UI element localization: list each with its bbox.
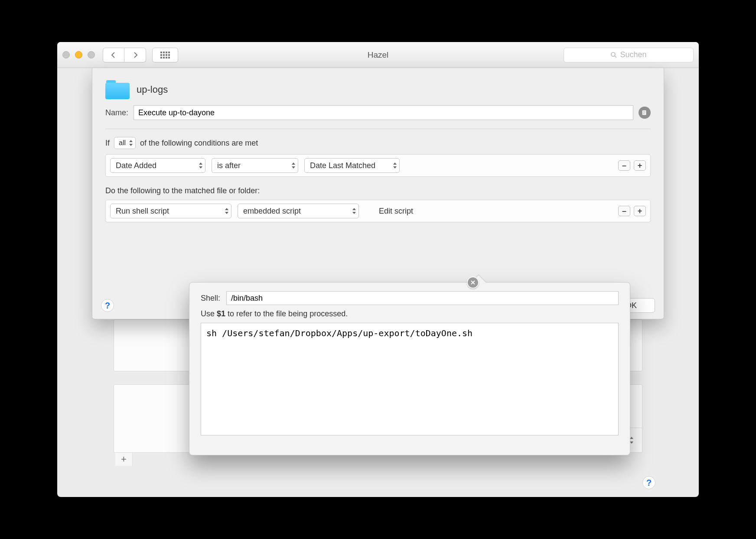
- select-arrows-icon: [352, 208, 356, 214]
- folder-name: up-logs: [137, 84, 168, 95]
- match-quantifier-select[interactable]: all: [114, 137, 136, 149]
- help-button[interactable]: ?: [101, 299, 114, 312]
- forward-button[interactable]: [124, 48, 146, 62]
- shell-input[interactable]: [226, 291, 619, 305]
- back-button[interactable]: [103, 48, 124, 62]
- remove-action-button[interactable]: –: [618, 206, 630, 216]
- search-icon: [610, 52, 617, 58]
- action-row: Run shell script embedded script Edit sc…: [105, 200, 651, 222]
- folder-icon: [105, 80, 130, 99]
- add-action-button[interactable]: +: [634, 206, 646, 216]
- conditions-header: If all of the following conditions are m…: [105, 137, 651, 149]
- actions-header: Do the following to the matched file or …: [105, 186, 651, 195]
- condition-row: Date Added is after Date Last Matched – …: [105, 154, 651, 177]
- match-quantifier-value: all: [119, 139, 126, 147]
- window-controls: [62, 51, 95, 58]
- minimize-window-button[interactable]: [75, 51, 82, 58]
- edit-script-button[interactable]: Edit script: [379, 207, 413, 216]
- name-label: Name:: [105, 108, 128, 117]
- rule-editor-sheet: up-logs Name: If all of the following co…: [92, 68, 664, 319]
- search-field[interactable]: Suchen: [564, 48, 694, 62]
- folder-header: up-logs: [105, 68, 651, 105]
- select-arrows-icon: [291, 162, 296, 169]
- action-type-select[interactable]: Run shell script: [110, 204, 231, 218]
- svg-point-0: [611, 52, 615, 56]
- select-arrows-icon: [199, 162, 203, 169]
- action-type-value: Run shell script: [116, 207, 169, 216]
- help-button[interactable]: ?: [642, 476, 655, 489]
- close-window-button[interactable]: [62, 51, 70, 58]
- action-target-select[interactable]: embedded script: [238, 204, 359, 218]
- conditions-suffix: of the following conditions are met: [140, 139, 258, 148]
- shell-row: Shell:: [201, 291, 619, 305]
- condition-comparator-value: is after: [217, 161, 241, 170]
- condition-attribute-value: Date Added: [116, 161, 156, 170]
- titlebar: Hazel Suchen: [57, 42, 699, 68]
- shell-hint: Use $1 to refer to the file being proces…: [201, 309, 619, 318]
- rule-name-input[interactable]: [134, 105, 633, 120]
- add-folder-button[interactable]: +: [115, 453, 133, 466]
- zoom-window-button[interactable]: [88, 51, 95, 58]
- conditions-section: If all of the following conditions are m…: [105, 129, 651, 222]
- grid-icon: [160, 52, 170, 58]
- chevron-left-icon: [110, 52, 117, 58]
- search-placeholder: Suchen: [620, 50, 646, 59]
- note-icon: [642, 110, 648, 116]
- rule-name-row: Name:: [105, 105, 651, 129]
- add-condition-button[interactable]: +: [634, 160, 646, 171]
- svg-line-1: [615, 56, 616, 58]
- chevron-right-icon: [132, 52, 139, 58]
- close-popover-button[interactable]: [467, 276, 479, 289]
- shell-label: Shell:: [201, 294, 220, 303]
- select-arrows-icon: [393, 162, 397, 169]
- action-pm-group: – +: [618, 206, 646, 216]
- nav-buttons: [103, 48, 146, 62]
- notes-button[interactable]: [639, 107, 651, 119]
- select-arrows-icon: [225, 208, 229, 214]
- close-icon: [470, 280, 476, 285]
- hint-var: $1: [217, 309, 225, 318]
- show-all-button[interactable]: [152, 48, 178, 62]
- hint-suffix: to refer to the file being processed.: [225, 309, 348, 318]
- condition-comparator-select[interactable]: is after: [212, 158, 298, 173]
- condition-pm-group: – +: [618, 160, 646, 171]
- select-arrows-icon: [129, 140, 133, 146]
- script-textarea[interactable]: [201, 323, 619, 435]
- condition-value-value: Date Last Matched: [310, 161, 375, 170]
- condition-value-select[interactable]: Date Last Matched: [304, 158, 400, 173]
- remove-condition-button[interactable]: –: [618, 160, 630, 171]
- script-editor-popover: Shell: Use $1 to refer to the file being…: [189, 282, 630, 455]
- preferences-window: Hazel Suchen k + ? up-logs Name:: [57, 42, 699, 497]
- if-label: If: [105, 139, 110, 148]
- action-target-value: embedded script: [243, 207, 301, 216]
- hint-prefix: Use: [201, 309, 217, 318]
- condition-attribute-select[interactable]: Date Added: [110, 158, 205, 173]
